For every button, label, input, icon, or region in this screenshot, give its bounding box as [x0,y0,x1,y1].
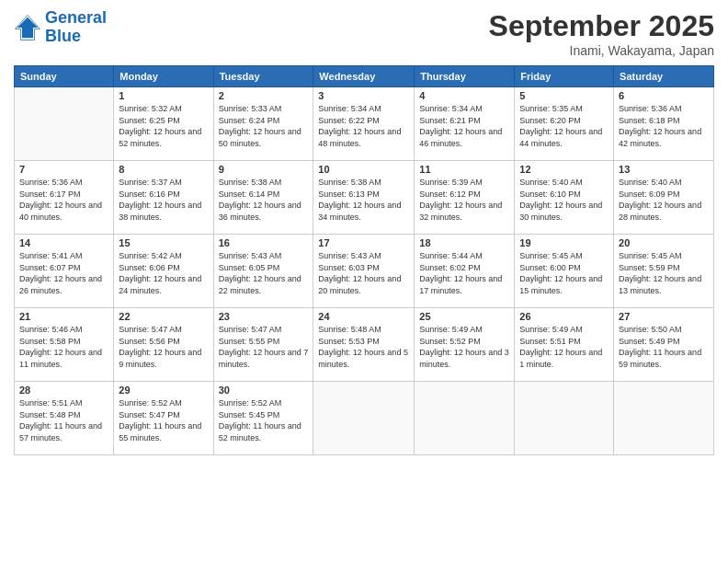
calendar-cell: 24Sunrise: 5:48 AMSunset: 5:53 PMDayligh… [313,308,415,382]
day-info: Sunrise: 5:52 AMSunset: 5:45 PMDaylight:… [219,397,309,443]
day-number: 30 [219,385,309,396]
day-number: 3 [318,90,409,101]
calendar-cell: 21Sunrise: 5:46 AMSunset: 5:58 PMDayligh… [15,308,114,382]
calendar-cell: 6Sunrise: 5:36 AMSunset: 6:18 PMDaylight… [614,87,714,161]
day-info: Sunrise: 5:43 AMSunset: 6:03 PMDaylight:… [318,250,409,296]
day-info: Sunrise: 5:42 AMSunset: 6:06 PMDaylight:… [119,250,208,296]
day-number: 13 [619,164,709,175]
day-number: 15 [119,237,208,248]
weekday-header-friday: Friday [515,66,614,87]
day-info: Sunrise: 5:52 AMSunset: 5:47 PMDaylight:… [119,397,208,443]
day-info: Sunrise: 5:51 AMSunset: 5:48 PMDaylight:… [19,397,108,443]
calendar-cell: 16Sunrise: 5:43 AMSunset: 6:05 PMDayligh… [213,235,313,308]
day-info: Sunrise: 5:49 AMSunset: 5:52 PMDaylight:… [419,324,509,370]
day-number: 17 [318,237,409,248]
day-info: Sunrise: 5:34 AMSunset: 6:22 PMDaylight:… [318,103,409,149]
day-info: Sunrise: 5:34 AMSunset: 6:21 PMDaylight:… [419,103,509,149]
week-row-3: 14Sunrise: 5:41 AMSunset: 6:07 PMDayligh… [15,235,714,308]
day-number: 26 [519,311,609,322]
day-info: Sunrise: 5:47 AMSunset: 5:55 PMDaylight:… [219,324,309,370]
day-info: Sunrise: 5:50 AMSunset: 5:49 PMDaylight:… [619,324,709,370]
location: Inami, Wakayama, Japan [489,43,714,58]
weekday-header-sunday: Sunday [15,66,114,87]
logo-text: General Blue [45,9,107,46]
day-info: Sunrise: 5:44 AMSunset: 6:02 PMDaylight:… [419,250,509,296]
calendar-cell: 17Sunrise: 5:43 AMSunset: 6:03 PMDayligh… [313,235,415,308]
day-info: Sunrise: 5:47 AMSunset: 5:56 PMDaylight:… [119,324,208,370]
calendar-cell: 4Sunrise: 5:34 AMSunset: 6:21 PMDaylight… [415,87,515,161]
day-number: 24 [318,311,409,322]
calendar-cell: 11Sunrise: 5:39 AMSunset: 6:12 PMDayligh… [415,161,515,235]
weekday-header-monday: Monday [114,66,213,87]
calendar-cell [313,382,415,455]
day-number: 28 [19,385,108,396]
calendar-cell: 28Sunrise: 5:51 AMSunset: 5:48 PMDayligh… [15,382,114,455]
calendar-cell: 12Sunrise: 5:40 AMSunset: 6:10 PMDayligh… [515,161,614,235]
calendar-cell: 27Sunrise: 5:50 AMSunset: 5:49 PMDayligh… [614,308,714,382]
day-info: Sunrise: 5:37 AMSunset: 6:16 PMDaylight:… [119,177,208,223]
page: General Blue September 2025 Inami, Wakay… [0,0,728,563]
calendar-cell: 7Sunrise: 5:36 AMSunset: 6:17 PMDaylight… [15,161,114,235]
day-number: 18 [419,237,509,248]
calendar-cell: 15Sunrise: 5:42 AMSunset: 6:06 PMDayligh… [114,235,213,308]
header: General Blue September 2025 Inami, Wakay… [14,9,714,58]
calendar-cell: 3Sunrise: 5:34 AMSunset: 6:22 PMDaylight… [313,87,415,161]
week-row-5: 28Sunrise: 5:51 AMSunset: 5:48 PMDayligh… [15,382,714,455]
day-number: 19 [519,237,609,248]
day-info: Sunrise: 5:35 AMSunset: 6:20 PMDaylight:… [519,103,609,149]
week-row-2: 7Sunrise: 5:36 AMSunset: 6:17 PMDaylight… [15,161,714,235]
week-row-1: 1Sunrise: 5:32 AMSunset: 6:25 PMDaylight… [15,87,714,161]
calendar-cell [15,87,114,161]
day-info: Sunrise: 5:48 AMSunset: 5:53 PMDaylight:… [318,324,409,370]
day-number: 2 [219,90,309,101]
day-number: 11 [419,164,509,175]
day-info: Sunrise: 5:41 AMSunset: 6:07 PMDaylight:… [19,250,108,296]
day-info: Sunrise: 5:32 AMSunset: 6:25 PMDaylight:… [119,103,208,149]
calendar-cell: 26Sunrise: 5:49 AMSunset: 5:51 PMDayligh… [515,308,614,382]
calendar-cell: 9Sunrise: 5:38 AMSunset: 6:14 PMDaylight… [213,161,313,235]
day-number: 8 [119,164,208,175]
calendar-cell: 22Sunrise: 5:47 AMSunset: 5:56 PMDayligh… [114,308,213,382]
day-info: Sunrise: 5:43 AMSunset: 6:05 PMDaylight:… [219,250,309,296]
weekday-header-wednesday: Wednesday [313,66,415,87]
calendar-cell: 8Sunrise: 5:37 AMSunset: 6:16 PMDaylight… [114,161,213,235]
day-info: Sunrise: 5:36 AMSunset: 6:18 PMDaylight:… [619,103,709,149]
logo: General Blue [14,9,107,46]
logo-blue: Blue [45,28,107,46]
calendar-cell: 30Sunrise: 5:52 AMSunset: 5:45 PMDayligh… [213,382,313,455]
day-number: 20 [619,237,709,248]
day-number: 10 [318,164,409,175]
day-info: Sunrise: 5:45 AMSunset: 6:00 PMDaylight:… [519,250,609,296]
day-info: Sunrise: 5:33 AMSunset: 6:24 PMDaylight:… [219,103,309,149]
day-number: 9 [219,164,309,175]
day-info: Sunrise: 5:40 AMSunset: 6:10 PMDaylight:… [519,177,609,223]
calendar-cell: 25Sunrise: 5:49 AMSunset: 5:52 PMDayligh… [415,308,515,382]
day-number: 1 [119,90,208,101]
calendar-cell: 13Sunrise: 5:40 AMSunset: 6:09 PMDayligh… [614,161,714,235]
day-number: 16 [219,237,309,248]
month-title: September 2025 [489,9,714,43]
calendar-cell: 29Sunrise: 5:52 AMSunset: 5:47 PMDayligh… [114,382,213,455]
logo-icon [14,14,41,41]
calendar-cell: 23Sunrise: 5:47 AMSunset: 5:55 PMDayligh… [213,308,313,382]
day-number: 22 [119,311,208,322]
day-info: Sunrise: 5:49 AMSunset: 5:51 PMDaylight:… [519,324,609,370]
day-number: 6 [619,90,709,101]
day-number: 27 [619,311,709,322]
logo-general: General [45,8,107,27]
day-info: Sunrise: 5:45 AMSunset: 5:59 PMDaylight:… [619,250,709,296]
day-number: 23 [219,311,309,322]
calendar-cell: 1Sunrise: 5:32 AMSunset: 6:25 PMDaylight… [114,87,213,161]
weekday-header-thursday: Thursday [415,66,515,87]
week-row-4: 21Sunrise: 5:46 AMSunset: 5:58 PMDayligh… [15,308,714,382]
day-info: Sunrise: 5:39 AMSunset: 6:12 PMDaylight:… [419,177,509,223]
day-info: Sunrise: 5:36 AMSunset: 6:17 PMDaylight:… [19,177,108,223]
day-number: 12 [519,164,609,175]
calendar-cell: 20Sunrise: 5:45 AMSunset: 5:59 PMDayligh… [614,235,714,308]
title-block: September 2025 Inami, Wakayama, Japan [489,9,714,58]
calendar-cell: 5Sunrise: 5:35 AMSunset: 6:20 PMDaylight… [515,87,614,161]
calendar-cell: 14Sunrise: 5:41 AMSunset: 6:07 PMDayligh… [15,235,114,308]
day-number: 4 [419,90,509,101]
day-info: Sunrise: 5:38 AMSunset: 6:13 PMDaylight:… [318,177,409,223]
day-info: Sunrise: 5:38 AMSunset: 6:14 PMDaylight:… [219,177,309,223]
